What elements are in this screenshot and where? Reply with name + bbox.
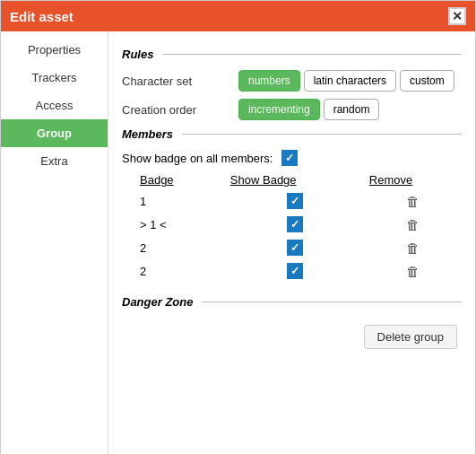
- member-badge-0: 1: [122, 189, 226, 213]
- members-divider: [182, 134, 462, 135]
- main-content: Rules Character set numberslatin charact…: [108, 31, 475, 454]
- character-set-option-custom[interactable]: custom: [400, 70, 454, 92]
- danger-zone-section-header: Danger Zone: [122, 295, 462, 309]
- main-layout: PropertiesTrackersAccessGroupExtra Rules…: [1, 31, 475, 454]
- creation-order-option-random[interactable]: random: [324, 99, 380, 120]
- table-row: 2🗑: [122, 236, 462, 259]
- danger-zone-title: Danger Zone: [122, 295, 193, 309]
- table-row: 2🗑: [122, 259, 462, 283]
- sidebar-item-group[interactable]: Group: [1, 119, 108, 147]
- col-header-remove: Remove: [365, 170, 462, 189]
- member-checkbox-0[interactable]: [287, 193, 303, 209]
- character-set-option-numbers[interactable]: numbers: [238, 70, 300, 92]
- character-set-option-latin-characters[interactable]: latin characters: [304, 70, 396, 92]
- window-title: Edit asset: [10, 9, 74, 24]
- member-badge-1: > 1 <: [122, 213, 226, 236]
- sidebar: PropertiesTrackersAccessGroupExtra: [1, 31, 108, 454]
- show-badge-all-checkbox[interactable]: [281, 150, 298, 166]
- trash-icon[interactable]: 🗑: [406, 264, 420, 279]
- show-badge-all-label: Show badge on all members:: [122, 152, 273, 165]
- creation-order-row: Creation order incrementingrandom: [122, 99, 462, 120]
- creation-order-option-incrementing[interactable]: incrementing: [238, 99, 320, 120]
- close-button[interactable]: ✕: [448, 7, 466, 25]
- trash-icon[interactable]: 🗑: [406, 240, 420, 256]
- member-badge-2: 2: [122, 236, 226, 259]
- creation-order-options: incrementingrandom: [238, 99, 379, 120]
- show-badge-all-row: Show badge on all members:: [122, 150, 462, 166]
- rules-section-header: Rules: [122, 48, 462, 61]
- sidebar-item-trackers[interactable]: Trackers: [1, 64, 108, 92]
- col-header-badge: Badge: [122, 170, 226, 189]
- member-checkbox-2[interactable]: [287, 240, 303, 256]
- col-header-show-badge: Show Badge: [226, 170, 365, 189]
- title-bar: Edit asset ✕: [1, 1, 475, 31]
- member-show-badge-0[interactable]: [226, 189, 365, 213]
- sidebar-item-extra[interactable]: Extra: [1, 147, 108, 175]
- members-title: Members: [122, 127, 173, 141]
- danger-zone-divider: [202, 301, 462, 302]
- trash-icon[interactable]: 🗑: [406, 194, 420, 209]
- character-set-options: numberslatin characterscustom: [238, 70, 454, 92]
- member-show-badge-2[interactable]: [226, 236, 365, 259]
- member-checkbox-1[interactable]: [287, 216, 303, 232]
- edit-asset-window: Edit asset ✕ PropertiesTrackersAccessGro…: [0, 0, 476, 454]
- creation-order-label: Creation order: [122, 103, 238, 117]
- member-remove-1[interactable]: 🗑: [365, 213, 462, 236]
- rules-title: Rules: [122, 48, 153, 61]
- member-badge-3: 2: [122, 259, 226, 283]
- table-row: 1🗑: [122, 189, 462, 213]
- rules-divider: [162, 54, 462, 55]
- member-show-badge-1[interactable]: [226, 213, 365, 236]
- trash-icon[interactable]: 🗑: [406, 217, 420, 232]
- sidebar-item-properties[interactable]: Properties: [1, 36, 108, 64]
- table-row: > 1 <🗑: [122, 213, 462, 236]
- member-show-badge-3[interactable]: [226, 259, 365, 283]
- delete-group-button[interactable]: Delete group: [364, 325, 457, 349]
- member-remove-0[interactable]: 🗑: [365, 189, 462, 213]
- members-table-header: Badge Show Badge Remove: [122, 170, 462, 189]
- members-table: Badge Show Badge Remove 1🗑> 1 <🗑2🗑2🗑: [122, 170, 462, 283]
- members-section-header: Members: [122, 127, 462, 141]
- member-remove-2[interactable]: 🗑: [365, 236, 462, 259]
- sidebar-item-access[interactable]: Access: [1, 92, 108, 119]
- character-set-label: Character set: [122, 74, 238, 88]
- member-checkbox-3[interactable]: [287, 263, 303, 279]
- character-set-row: Character set numberslatin characterscus…: [122, 70, 462, 92]
- member-remove-3[interactable]: 🗑: [365, 259, 462, 283]
